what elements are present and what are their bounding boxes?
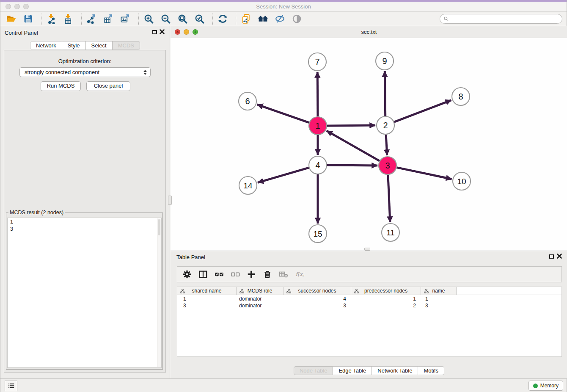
column-header-successor-nodes[interactable]: successor nodes	[284, 287, 351, 295]
node-6[interactable]: 6	[239, 92, 256, 110]
select-all-icon[interactable]	[214, 269, 224, 279]
float-panel-icon[interactable]	[152, 30, 157, 34]
criterion-dropdown[interactable]: strongly connected component	[19, 67, 151, 77]
table-cell[interactable]: 3	[421, 302, 457, 309]
column-header-name[interactable]: name	[421, 287, 457, 295]
edge-3-11[interactable]	[388, 175, 390, 222]
task-history-button[interactable]	[5, 381, 17, 391]
vertical-splitter-handle[interactable]	[168, 196, 172, 205]
edge-2-3[interactable]	[386, 135, 387, 155]
node-9[interactable]: 9	[376, 52, 394, 70]
import-table-icon[interactable]	[63, 13, 74, 25]
node-8[interactable]: 8	[452, 88, 470, 105]
show-all-icon[interactable]	[291, 13, 303, 25]
table-cell[interactable]: 1	[421, 295, 457, 302]
first-neighbors-icon[interactable]	[257, 13, 269, 25]
zoom-fit-icon[interactable]	[177, 13, 188, 25]
memory-button[interactable]: Memory	[528, 381, 563, 391]
search-box[interactable]	[440, 14, 562, 24]
delete-column-icon[interactable]	[262, 269, 272, 279]
result-scrollbar[interactable]	[157, 218, 161, 367]
network-canvas[interactable]: 7968124314101511	[171, 38, 567, 251]
add-column-icon[interactable]	[246, 269, 256, 279]
table-float-panel-icon[interactable]	[549, 254, 554, 259]
search-icon	[443, 16, 449, 22]
svg-text:2: 2	[383, 121, 388, 130]
column-type-icon	[424, 289, 429, 295]
table-cell[interactable]: 3	[177, 302, 237, 309]
table-close-panel-icon[interactable]	[556, 253, 562, 259]
table-cell[interactable]: 1	[177, 295, 237, 302]
node-15[interactable]: 15	[309, 225, 327, 243]
tab-network-table[interactable]: Network Table	[372, 366, 418, 375]
horizontal-splitter-handle[interactable]	[364, 248, 370, 251]
node-7[interactable]: 7	[308, 53, 326, 71]
table-body: 1dominator4113dominator323	[177, 295, 561, 356]
mcds-result-area[interactable]: 1 3	[7, 218, 162, 368]
function-builder-icon[interactable]: f(x)	[295, 269, 305, 279]
column-visibility-icon[interactable]	[198, 269, 208, 279]
run-mcds-button[interactable]: Run MCDS	[41, 81, 81, 91]
delete-table-icon[interactable]	[278, 269, 289, 279]
node-4[interactable]: 4	[309, 156, 327, 174]
save-session-icon[interactable]	[22, 13, 34, 25]
edge-3-1[interactable]	[327, 131, 380, 161]
tab-mcds[interactable]: MCDS	[113, 41, 140, 50]
network-window-titlebar[interactable]: × − + scc.txt	[171, 26, 567, 38]
edge-1-6[interactable]	[257, 105, 309, 123]
column-header-shared-name[interactable]: shared name	[177, 287, 237, 295]
tab-network[interactable]: Network	[30, 41, 62, 50]
tab-edge-table[interactable]: Edge Table	[333, 366, 372, 375]
open-session-icon[interactable]	[6, 13, 17, 25]
node-10[interactable]: 10	[453, 172, 471, 190]
table-settings-icon[interactable]	[182, 269, 192, 279]
table-cell[interactable]: 3	[284, 302, 351, 309]
deselect-all-icon[interactable]	[230, 269, 240, 279]
table-cell[interactable]: 1	[351, 295, 421, 302]
zoom-out-icon[interactable]	[160, 13, 171, 25]
node-2[interactable]: 2	[377, 116, 394, 134]
close-panel-icon[interactable]	[159, 29, 165, 35]
export-network-icon[interactable]	[86, 13, 97, 25]
tab-motifs[interactable]: Motifs	[418, 366, 444, 375]
close-panel-button[interactable]: Close panel	[86, 81, 130, 91]
edge-1-7[interactable]	[317, 72, 318, 116]
node-14[interactable]: 14	[239, 177, 257, 194]
table-cell[interactable]: 2	[351, 302, 421, 309]
column-header-mcds-role[interactable]: MCDS role	[237, 287, 284, 295]
tab-node-table[interactable]: Node Table	[294, 366, 333, 375]
hide-selected-icon[interactable]	[274, 13, 286, 25]
tab-select[interactable]: Select	[86, 41, 113, 50]
criterion-value: strongly connected component	[25, 69, 143, 75]
edge-4-14[interactable]	[258, 168, 309, 182]
search-input[interactable]	[451, 16, 559, 22]
node-1[interactable]: 1	[309, 117, 327, 135]
table-cell[interactable]: dominator	[237, 295, 284, 302]
zoom-selected-icon[interactable]	[194, 13, 205, 25]
window-top-accent	[0, 0, 567, 2]
result-scrollbar-thumb[interactable]	[158, 219, 160, 235]
table-cell[interactable]: 4	[284, 295, 351, 302]
svg-text:1: 1	[315, 121, 320, 130]
edge-2-9[interactable]	[385, 71, 385, 116]
edge-4-3[interactable]	[327, 165, 377, 166]
table-row[interactable]: 3dominator323	[177, 302, 561, 309]
edge-2-8[interactable]	[394, 100, 451, 122]
node-3[interactable]: 3	[379, 157, 396, 174]
export-table-icon[interactable]	[103, 13, 114, 25]
zoom-in-icon[interactable]	[143, 13, 154, 25]
svg-text:f(x): f(x)	[295, 271, 304, 277]
import-network-icon[interactable]	[46, 13, 57, 25]
column-header-predecessor-nodes[interactable]: predecessor nodes	[351, 287, 421, 295]
svg-text:10: 10	[457, 177, 466, 186]
table-cell[interactable]: dominator	[237, 302, 284, 309]
node-11[interactable]: 11	[382, 224, 399, 241]
duplicate-network-icon[interactable]	[240, 13, 252, 25]
edge-3-10[interactable]	[397, 168, 452, 179]
edge-1-2[interactable]	[327, 125, 375, 126]
export-image-icon[interactable]	[120, 13, 131, 25]
node-table: shared nameMCDS rolesuccessor nodesprede…	[177, 287, 562, 357]
apply-layout-icon[interactable]	[217, 13, 228, 25]
table-row[interactable]: 1dominator411	[177, 295, 561, 302]
tab-style[interactable]: Style	[62, 41, 86, 50]
